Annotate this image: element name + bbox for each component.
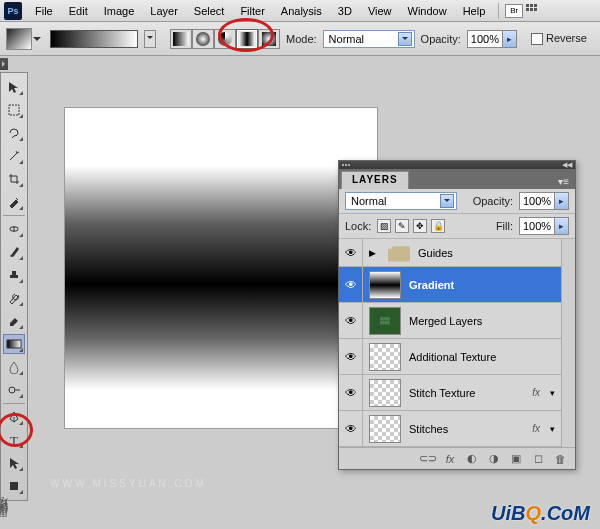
lasso-tool[interactable] — [3, 123, 25, 143]
visibility-toggle[interactable]: 👁 — [339, 267, 363, 302]
expand-icon[interactable]: ▶ — [363, 248, 382, 258]
gradient-type-radial[interactable] — [192, 29, 214, 49]
gradient-picker[interactable] — [50, 30, 138, 48]
blend-mode-select[interactable]: Normal — [323, 30, 415, 48]
delete-layer-icon[interactable]: 🗑 — [553, 452, 567, 466]
document-canvas[interactable] — [65, 108, 377, 428]
marquee-tool[interactable] — [3, 100, 25, 120]
path-select-tool[interactable] — [3, 453, 25, 473]
layer-opacity-step[interactable] — [554, 193, 568, 209]
lock-all-icon[interactable]: 🔒 — [431, 219, 445, 233]
panel-menu-icon[interactable]: ▾≡ — [554, 174, 573, 189]
layer-thumbnail[interactable] — [369, 415, 401, 443]
layer-name[interactable]: Merged Layers — [407, 315, 561, 327]
link-layers-icon[interactable]: ⊂⊃ — [421, 452, 435, 466]
menu-3d[interactable]: 3D — [331, 3, 359, 19]
panel-drag-bar[interactable]: ◀◀ — [339, 161, 575, 169]
dodge-tool[interactable] — [3, 380, 25, 400]
type-tool[interactable]: T — [3, 430, 25, 450]
tool-preset-picker[interactable] — [6, 28, 32, 50]
extras-icon[interactable] — [525, 3, 539, 19]
visibility-toggle[interactable]: 👁 — [339, 303, 363, 338]
folder-icon — [388, 244, 410, 262]
gradient-type-angle[interactable] — [214, 29, 236, 49]
blur-tool[interactable] — [3, 357, 25, 377]
layer-blend-select[interactable]: Normal — [345, 192, 457, 210]
adjustment-icon[interactable]: ◑ — [487, 452, 501, 466]
reverse-checkbox-wrap[interactable]: Reverse — [531, 32, 587, 45]
layer-name[interactable]: Stitch Texture — [407, 387, 532, 399]
fx-expand-icon[interactable]: ▾ — [544, 424, 561, 434]
fx-badge[interactable]: fx — [532, 423, 540, 434]
fx-expand-icon[interactable]: ▾ — [544, 388, 561, 398]
layers-scrollbar[interactable] — [561, 239, 575, 447]
layer-name[interactable]: Gradient — [407, 279, 561, 291]
layer-row-stitchtex[interactable]: 👁 Stitch Texture fx ▾ — [339, 375, 561, 411]
lock-position-icon[interactable]: ✥ — [413, 219, 427, 233]
menu-analysis[interactable]: Analysis — [274, 3, 329, 19]
gradient-type-reflected[interactable] — [236, 29, 258, 49]
layer-row-stitches[interactable]: 👁 Stitches fx ▾ — [339, 411, 561, 447]
menu-edit[interactable]: Edit — [62, 3, 95, 19]
opacity-label: Opacity: — [421, 33, 461, 45]
group-icon[interactable]: ▣ — [509, 452, 523, 466]
bridge-icon[interactable]: Br — [505, 4, 523, 18]
layer-thumbnail[interactable] — [369, 379, 401, 407]
menu-select[interactable]: Select — [187, 3, 232, 19]
gradient-type-diamond[interactable] — [258, 29, 280, 49]
layer-fill-step[interactable] — [554, 218, 568, 234]
stamp-tool[interactable] — [3, 265, 25, 285]
crop-tool[interactable] — [3, 169, 25, 189]
layer-opacity-field[interactable] — [520, 193, 554, 209]
layer-row-group[interactable]: 👁 ▶ Guides — [339, 239, 561, 267]
lock-pixels-icon[interactable]: ✎ — [395, 219, 409, 233]
gradient-tool[interactable] — [3, 334, 25, 354]
layer-fill-input[interactable] — [519, 217, 569, 235]
shape-tool[interactable] — [3, 476, 25, 496]
layer-name[interactable]: Guides — [416, 247, 561, 259]
menu-window[interactable]: Window — [401, 3, 454, 19]
visibility-toggle[interactable]: 👁 — [339, 375, 363, 410]
menu-help[interactable]: Help — [456, 3, 493, 19]
new-layer-icon[interactable]: ◻ — [531, 452, 545, 466]
tab-layers[interactable]: LAYERS — [341, 171, 409, 189]
layer-name[interactable]: Additional Texture — [407, 351, 561, 363]
reverse-checkbox[interactable] — [531, 33, 543, 45]
menu-layer[interactable]: Layer — [143, 3, 185, 19]
layer-thumbnail[interactable] — [369, 343, 401, 371]
move-tool[interactable] — [3, 77, 25, 97]
layer-name[interactable]: Stitches — [407, 423, 532, 435]
layer-row-gradient[interactable]: 👁 Gradient — [339, 267, 561, 303]
layer-row-merged[interactable]: 👁 ▒▒ Merged Layers — [339, 303, 561, 339]
gradient-dropdown[interactable] — [144, 30, 156, 48]
menu-image[interactable]: Image — [97, 3, 142, 19]
layer-thumbnail[interactable]: ▒▒ — [369, 307, 401, 335]
layer-opacity-input[interactable] — [519, 192, 569, 210]
gradient-type-linear[interactable] — [170, 29, 192, 49]
layer-thumbnail[interactable] — [369, 271, 401, 299]
pen-tool[interactable] — [3, 407, 25, 427]
brush-tool[interactable] — [3, 242, 25, 262]
mask-icon[interactable]: ◐ — [465, 452, 479, 466]
toolbox-dock-handle[interactable] — [0, 58, 8, 70]
magic-wand-tool[interactable] — [3, 146, 25, 166]
healing-tool[interactable] — [3, 219, 25, 239]
history-brush-tool[interactable] — [3, 288, 25, 308]
eyedropper-tool[interactable] — [3, 192, 25, 212]
menu-filter[interactable]: Filter — [233, 3, 271, 19]
lock-transparent-icon[interactable]: ▨ — [377, 219, 391, 233]
visibility-toggle[interactable]: 👁 — [339, 239, 363, 266]
opacity-step[interactable] — [502, 31, 516, 47]
panel-collapse-icon[interactable]: ◀◀ — [562, 161, 572, 169]
visibility-toggle[interactable]: 👁 — [339, 339, 363, 374]
eraser-tool[interactable] — [3, 311, 25, 331]
visibility-toggle[interactable]: 👁 — [339, 411, 363, 446]
menu-file[interactable]: File — [28, 3, 60, 19]
fx-icon[interactable]: fx — [443, 452, 457, 466]
opacity-field[interactable] — [468, 31, 502, 47]
menu-view[interactable]: View — [361, 3, 399, 19]
layer-fill-field[interactable] — [520, 218, 554, 234]
opacity-input[interactable] — [467, 30, 517, 48]
fx-badge[interactable]: fx — [532, 387, 540, 398]
layer-row-addtex[interactable]: 👁 Additional Texture — [339, 339, 561, 375]
